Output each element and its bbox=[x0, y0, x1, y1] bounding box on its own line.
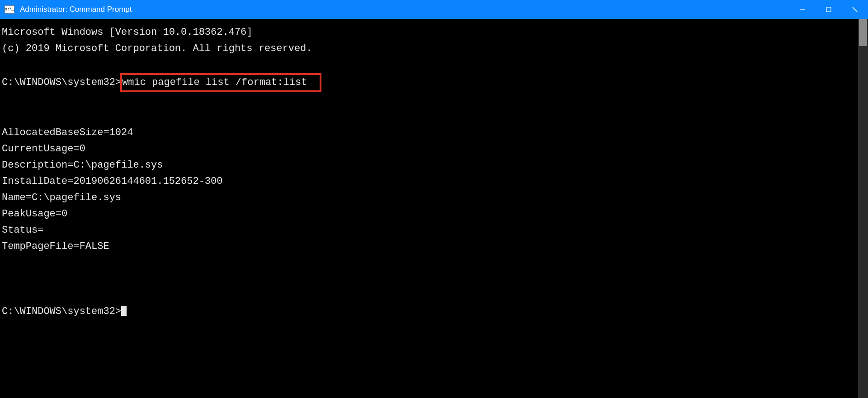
svg-rect-1 bbox=[826, 7, 831, 12]
output-current-usage: CurrentUsage=0 bbox=[2, 143, 85, 155]
output-install-date: InstallDate=20190626144601.152652-300 bbox=[2, 176, 222, 187]
cmd-app-icon: C:\_ bbox=[5, 5, 14, 14]
client-area: Microsoft Windows [Version 10.0.18362.47… bbox=[0, 19, 868, 398]
svg-line-3 bbox=[853, 7, 857, 12]
output-name: Name=C:\pagefile.sys bbox=[2, 192, 121, 203]
scrollbar-thumb[interactable] bbox=[859, 19, 867, 46]
output-peak-usage: PeakUsage=0 bbox=[2, 208, 67, 220]
maximize-button[interactable] bbox=[816, 0, 842, 19]
minimize-icon bbox=[799, 6, 806, 13]
cursor-icon bbox=[121, 306, 127, 316]
output-status: Status= bbox=[2, 225, 43, 236]
terminal-content[interactable]: Microsoft Windows [Version 10.0.18362.47… bbox=[0, 19, 858, 398]
output-allocated-base-size: AllocatedBaseSize=1024 bbox=[2, 127, 133, 138]
os-version-line: Microsoft Windows [Version 10.0.18362.47… bbox=[2, 27, 253, 38]
prompt-path-2: C:\WINDOWS\system32> bbox=[2, 306, 121, 317]
highlighted-command-box: wmic pagefile list /format:list bbox=[120, 73, 321, 92]
cmd-window: C:\_ Administrator: Command Prompt Micro… bbox=[0, 0, 868, 398]
close-button[interactable] bbox=[842, 0, 868, 19]
maximize-icon bbox=[826, 6, 832, 13]
copyright-line: (c) 2019 Microsoft Corporation. All righ… bbox=[2, 43, 312, 54]
prompt-path: C:\WINDOWS\system32> bbox=[2, 77, 121, 88]
output-description: Description=C:\pagefile.sys bbox=[2, 159, 163, 171]
titlebar[interactable]: C:\_ Administrator: Command Prompt bbox=[0, 0, 868, 19]
window-title: Administrator: Command Prompt bbox=[20, 5, 789, 14]
vertical-scrollbar[interactable] bbox=[858, 19, 868, 398]
minimize-button[interactable] bbox=[789, 0, 816, 19]
output-temp-page-file: TempPageFile=FALSE bbox=[2, 241, 109, 252]
close-icon bbox=[852, 6, 858, 13]
typed-command: wmic pagefile list /format:list bbox=[122, 77, 307, 88]
window-controls bbox=[789, 0, 868, 19]
